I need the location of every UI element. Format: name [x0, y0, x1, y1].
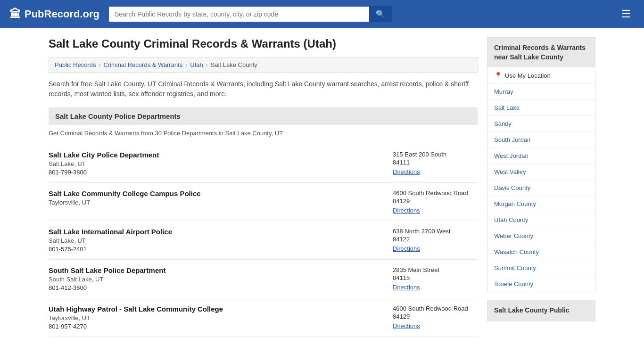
menu-button[interactable]: ☰ [618, 6, 635, 22]
dept-address-4: 2835 Main Street [393, 266, 478, 273]
sidebar-item-murray[interactable]: Murray [487, 84, 595, 100]
breadcrumb-current: Salt Lake County [211, 61, 257, 68]
search-icon: 🔍 [376, 10, 385, 18]
dept-address-3: 638 North 3700 West [393, 228, 478, 235]
dept-address-2: 4600 South Redwood Road [393, 189, 478, 197]
use-location-item[interactable]: 📍 Use My Location [487, 67, 595, 84]
section-header: Salt Lake County Police Departments [49, 107, 478, 125]
breadcrumb-criminal-records[interactable]: Criminal Records & Warrants [103, 61, 182, 68]
sidebar-item-sandy[interactable]: Sandy [487, 116, 595, 132]
logo-text: PubRecord.org [25, 8, 99, 20]
breadcrumb-public-records[interactable]: Public Records [55, 61, 96, 68]
dept-name-1: Salt Lake City Police Department [49, 151, 383, 159]
breadcrumb-utah[interactable]: Utah [190, 61, 203, 68]
sidebar-item-west-jordan[interactable]: West Jordan [487, 148, 595, 164]
dept-right-5: 4600 South Redwood Road 84129 Directions [383, 305, 478, 329]
public-header: Salt Lake County Public [487, 300, 595, 321]
dept-left-1: Salt Lake City Police Department Salt La… [49, 151, 383, 176]
section-sub: Get Criminal Records & Warrants from 30 … [49, 130, 478, 137]
dept-name-4: South Salt Lake Police Department [49, 266, 383, 274]
dept-right-2: 4600 South Redwood Road 84129 Directions [383, 189, 478, 214]
dept-phone-4: 801-412-3600 [49, 284, 383, 291]
dept-zip-4: 84115 [393, 274, 478, 281]
sidebar-item-weber-county[interactable]: Weber County [487, 228, 595, 244]
sidebar-item-tooele-county[interactable]: Tooele County [487, 276, 595, 292]
site-logo[interactable]: 🏛 PubRecord.org [9, 8, 99, 21]
dept-entry-1: Salt Lake City Police Department Salt La… [49, 144, 478, 183]
sidebar-item-morgan-county[interactable]: Morgan County [487, 196, 595, 212]
dept-zip-2: 84129 [393, 197, 478, 205]
dept-city-2: Taylorsville, UT [49, 199, 383, 206]
dept-zip-5: 84129 [393, 313, 478, 320]
breadcrumb-sep-2: › [185, 62, 187, 68]
search-area: 🔍 [109, 6, 392, 22]
breadcrumb-sep-1: › [99, 62, 100, 68]
dept-right-3: 638 North 3700 West 84122 Directions [383, 228, 478, 252]
sidebar-item-south-jordan[interactable]: South Jordan [487, 132, 595, 148]
department-list: Salt Lake City Police Department Salt La… [49, 144, 478, 337]
search-button[interactable]: 🔍 [369, 6, 392, 22]
site-header: 🏛 PubRecord.org 🔍 ☰ [0, 0, 644, 28]
sidebar-item-wasatch-county[interactable]: Wasatch County [487, 244, 595, 260]
dept-left-2: Salt Lake Community College Campus Polic… [49, 189, 383, 207]
dept-city-4: South Salt Lake, UT [49, 276, 383, 283]
nearby-box: Criminal Records & Warrants near Salt La… [487, 37, 595, 292]
location-icon: 📍 [494, 72, 502, 79]
sidebar-item-davis-county[interactable]: Davis County [487, 180, 595, 196]
directions-link-2[interactable]: Directions [393, 207, 420, 214]
dept-left-4: South Salt Lake Police Department South … [49, 266, 383, 291]
dept-left-3: Salt Lake International Airport Police S… [49, 228, 383, 253]
sidebar: Criminal Records & Warrants near Salt La… [487, 37, 595, 337]
use-location-label: Use My Location [505, 72, 551, 79]
dept-right-4: 2835 Main Street 84115 Directions [383, 266, 478, 291]
nearby-header: Criminal Records & Warrants near Salt La… [487, 38, 595, 67]
main-content: Salt Lake County Criminal Records & Warr… [49, 37, 478, 337]
dept-name-5: Utah Highway Patrol - Salt Lake Communit… [49, 305, 383, 313]
dept-address-1: 315 East 200 South [393, 151, 478, 158]
dept-phone-1: 801-799-3800 [49, 169, 383, 176]
dept-entry-3: Salt Lake International Airport Police S… [49, 221, 478, 260]
public-box: Salt Lake County Public [487, 300, 595, 321]
sidebar-item-utah-county[interactable]: Utah County [487, 212, 595, 228]
dept-left-5: Utah Highway Patrol - Salt Lake Communit… [49, 305, 383, 330]
dept-right-1: 315 East 200 South 84111 Directions [383, 151, 478, 175]
page-title: Salt Lake County Criminal Records & Warr… [49, 37, 478, 50]
directions-link-1[interactable]: Directions [393, 168, 420, 175]
dept-entry-5: Utah Highway Patrol - Salt Lake Communit… [49, 298, 478, 337]
dept-entry-4: South Salt Lake Police Department South … [49, 260, 478, 298]
dept-entry-2: Salt Lake Community College Campus Polic… [49, 183, 478, 221]
logo-icon: 🏛 [9, 8, 21, 21]
dept-zip-1: 84111 [393, 159, 478, 166]
dept-address-5: 4600 South Redwood Road [393, 305, 478, 312]
sidebar-item-salt-lake[interactable]: Salt Lake [487, 100, 595, 116]
dept-name-2: Salt Lake Community College Campus Polic… [49, 189, 383, 197]
sidebar-item-west-valley[interactable]: West Valley [487, 164, 595, 180]
dept-phone-3: 801-575-2401 [49, 246, 383, 253]
sidebar-item-summit-county[interactable]: Summit County [487, 260, 595, 276]
breadcrumb: Public Records › Criminal Records & Warr… [49, 57, 478, 73]
search-input[interactable] [109, 7, 369, 22]
dept-city-5: Taylorsville, UT [49, 314, 383, 321]
menu-icon: ☰ [621, 8, 631, 20]
dept-city-3: Salt Lake, UT [49, 237, 383, 244]
page-container: Salt Lake County Criminal Records & Warr… [39, 28, 605, 346]
directions-link-4[interactable]: Directions [393, 284, 420, 291]
dept-phone-5: 801-957-4270 [49, 323, 383, 330]
breadcrumb-sep-3: › [206, 62, 208, 68]
dept-name-3: Salt Lake International Airport Police [49, 228, 383, 236]
directions-link-5[interactable]: Directions [393, 322, 420, 329]
dept-zip-3: 84122 [393, 236, 478, 243]
directions-link-3[interactable]: Directions [393, 245, 420, 252]
dept-city-1: Salt Lake, UT [49, 160, 383, 167]
page-description: Search for free Salt Lake County, UT Cri… [49, 79, 478, 99]
